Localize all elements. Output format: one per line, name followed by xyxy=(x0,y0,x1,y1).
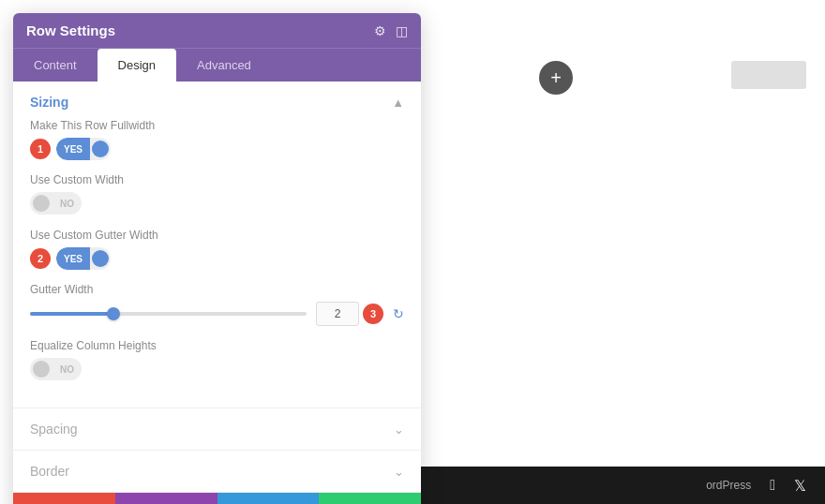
badge-2: 2 xyxy=(30,248,51,269)
reset-icon[interactable]: ↻ xyxy=(393,306,404,321)
border-collapse-icon[interactable]: ⌄ xyxy=(394,465,404,479)
spacing-section-title: Spacing xyxy=(30,422,78,437)
facebook-icon:  xyxy=(770,477,775,494)
tab-content[interactable]: Content xyxy=(13,49,98,82)
settings-icon[interactable]: ⚙ xyxy=(374,23,386,38)
toggle-dot xyxy=(92,141,109,157)
modal-title: Row Settings xyxy=(26,22,115,38)
toggle-yes-label-2: YES xyxy=(56,247,90,270)
gutter-width-slider-track[interactable] xyxy=(30,312,307,316)
gutter-width-label: Gutter Width xyxy=(30,283,404,296)
spacing-section-header[interactable]: Spacing ⌄ xyxy=(13,408,421,450)
border-section-title: Border xyxy=(30,464,69,479)
equalize-toggle-dot xyxy=(33,361,50,378)
badge-3: 3 xyxy=(363,304,383,324)
custom-width-field: Use Custom Width NO xyxy=(30,173,404,215)
sizing-section: Sizing ▲ Make This Row Fullwidth 1 YES xyxy=(13,82,421,408)
tabs: Content Design Advanced xyxy=(13,48,421,82)
plus-icon: + xyxy=(550,67,562,89)
equalize-field: Equalize Column Heights NO xyxy=(30,339,404,381)
tab-advanced[interactable]: Advanced xyxy=(176,49,272,82)
toggle-dot-2 xyxy=(92,250,109,267)
custom-gutter-label: Use Custom Gutter Width xyxy=(30,229,404,242)
equalize-toggle[interactable]: NO xyxy=(30,358,82,380)
badge-1: 1 xyxy=(30,139,51,159)
modal-content: Sizing ▲ Make This Row Fullwidth 1 YES xyxy=(13,82,421,493)
toggle-yes-label: YES xyxy=(56,138,90,160)
modal-header: Row Settings ⚙ ◫ xyxy=(13,13,421,48)
custom-width-toggle[interactable]: NO xyxy=(30,192,82,215)
custom-width-label: Use Custom Width xyxy=(30,173,404,186)
confirm-button[interactable]: ✓ xyxy=(319,493,421,504)
spacing-section: Spacing ⌄ xyxy=(13,408,421,451)
sizing-collapse-icon[interactable]: ▲ xyxy=(392,96,404,110)
twitter-icon: 𝕏 xyxy=(794,477,806,495)
equalize-label: Equalize Column Heights xyxy=(30,339,404,352)
spacing-collapse-icon[interactable]: ⌄ xyxy=(394,422,404,437)
gutter-width-input[interactable] xyxy=(316,302,359,326)
sizing-section-header[interactable]: Sizing ▲ xyxy=(13,82,421,119)
custom-gutter-toggle[interactable]: YES xyxy=(56,247,111,270)
modal-header-icons: ⚙ ◫ xyxy=(374,23,408,38)
sizing-section-body: Make This Row Fullwidth 1 YES Use Custom… xyxy=(13,119,421,408)
border-section: Border ⌄ xyxy=(13,451,421,493)
sizing-section-title: Sizing xyxy=(30,95,68,110)
gutter-width-field: Gutter Width 3 ↻ xyxy=(30,283,404,326)
fullwidth-field: Make This Row Fullwidth 1 YES xyxy=(30,119,404,160)
undo-button[interactable]: ↺ xyxy=(115,493,218,504)
border-section-header[interactable]: Border ⌄ xyxy=(13,451,421,492)
fullwidth-toggle[interactable]: YES xyxy=(56,138,111,160)
toggle-dot-off xyxy=(33,195,50,212)
modal-footer: ✕ ↺ ↻ ✓ xyxy=(13,493,421,504)
gutter-width-slider-row: 3 ↻ xyxy=(30,302,404,326)
slider-fill xyxy=(30,312,113,316)
page-footer: ordPress  𝕏 xyxy=(403,467,825,504)
footer-text: ordPress xyxy=(706,479,751,492)
gutter-width-input-group: 3 ↻ xyxy=(316,302,404,326)
equalize-toggle-no: NO xyxy=(52,364,82,375)
preview-box xyxy=(731,61,806,89)
expand-icon[interactable]: ◫ xyxy=(396,23,408,38)
slider-thumb[interactable] xyxy=(107,307,120,320)
cancel-button[interactable]: ✕ xyxy=(13,493,115,504)
fullwidth-toggle-group: 1 YES xyxy=(30,138,404,160)
row-settings-modal: Row Settings ⚙ ◫ Content Design Advanced… xyxy=(13,13,421,504)
toggle-no-label: NO xyxy=(52,199,82,209)
redo-button[interactable]: ↻ xyxy=(218,493,320,504)
fullwidth-label: Make This Row Fullwidth xyxy=(30,119,404,132)
custom-gutter-field: Use Custom Gutter Width 2 YES xyxy=(30,229,404,270)
custom-gutter-toggle-group: 2 YES xyxy=(30,247,404,270)
tab-design[interactable]: Design xyxy=(98,49,176,82)
add-element-button[interactable]: + xyxy=(539,61,573,95)
